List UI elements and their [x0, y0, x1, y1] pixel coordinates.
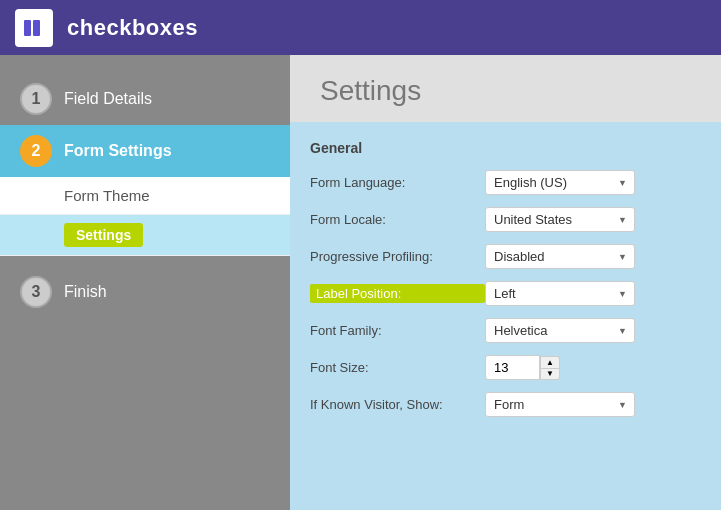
svg-rect-0 [24, 20, 31, 36]
sub-items-container: Form Theme Settings [0, 177, 290, 256]
svg-rect-1 [33, 20, 40, 36]
select-wrapper-language: English (US) French German [485, 170, 635, 195]
select-wrapper-font-family: Helvetica Arial Times New Roman [485, 318, 635, 343]
sub-item-form-theme[interactable]: Form Theme [0, 177, 290, 215]
page-title: Settings [320, 75, 691, 107]
label-font-family: Font Family: [310, 323, 485, 338]
step-1-circle: 1 [20, 83, 52, 115]
sidebar-step-3[interactable]: 3 Finish [0, 266, 290, 318]
sidebar-step-1[interactable]: 1 Field Details [0, 73, 290, 125]
form-row-font-family: Font Family: Helvetica Arial Times New R… [310, 318, 701, 343]
font-size-increment[interactable]: ▲ [540, 356, 560, 368]
select-progressive-profiling[interactable]: Disabled Enabled [485, 244, 635, 269]
content-header: Settings [290, 55, 721, 122]
sidebar: 1 Field Details 2 Form Settings Form The… [0, 55, 290, 510]
app-header: checkboxes [0, 0, 721, 55]
main-layout: 1 Field Details 2 Form Settings Form The… [0, 55, 721, 510]
form-row-font-size: Font Size: ▲ ▼ [310, 355, 701, 380]
form-row-progressive: Progressive Profiling: Disabled Enabled [310, 244, 701, 269]
select-wrapper-locale: United States United Kingdom Canada [485, 207, 635, 232]
step-2-label: Form Settings [64, 142, 172, 160]
font-size-input[interactable] [485, 355, 540, 380]
select-font-family[interactable]: Helvetica Arial Times New Roman [485, 318, 635, 343]
content-area: Settings General Form Language: English … [290, 55, 721, 510]
select-form-language[interactable]: English (US) French German [485, 170, 635, 195]
label-known-visitor: If Known Visitor, Show: [310, 397, 485, 412]
label-progressive-profiling: Progressive Profiling: [310, 249, 485, 264]
settings-badge: Settings [64, 223, 143, 247]
form-row-language: Form Language: English (US) French Germa… [310, 170, 701, 195]
select-wrapper-progressive: Disabled Enabled [485, 244, 635, 269]
label-form-language: Form Language: [310, 175, 485, 190]
app-logo [15, 9, 53, 47]
form-row-known-visitor: If Known Visitor, Show: Form Prefilled F… [310, 392, 701, 417]
sub-item-settings[interactable]: Settings [0, 215, 290, 256]
sidebar-step-2[interactable]: 2 Form Settings [0, 125, 290, 177]
label-font-size: Font Size: [310, 360, 485, 375]
label-label-position: Label Position: [310, 284, 485, 303]
step-2-circle: 2 [20, 135, 52, 167]
label-form-locale: Form Locale: [310, 212, 485, 227]
select-known-visitor[interactable]: Form Prefilled Form Thank You Page [485, 392, 635, 417]
form-row-label-position: Label Position: Left Right Top Bottom [310, 281, 701, 306]
font-size-spinner: ▲ ▼ [540, 356, 560, 380]
content-body: General Form Language: English (US) Fren… [290, 122, 721, 510]
select-label-position[interactable]: Left Right Top Bottom [485, 281, 635, 306]
section-general: General [310, 140, 701, 156]
font-size-field: ▲ ▼ [485, 355, 560, 380]
step-3-label: Finish [64, 283, 107, 301]
select-wrapper-known-visitor: Form Prefilled Form Thank You Page [485, 392, 635, 417]
step-3-circle: 3 [20, 276, 52, 308]
app-title: checkboxes [67, 15, 198, 41]
select-wrapper-label-position: Left Right Top Bottom [485, 281, 635, 306]
font-size-decrement[interactable]: ▼ [540, 368, 560, 380]
select-form-locale[interactable]: United States United Kingdom Canada [485, 207, 635, 232]
step-1-label: Field Details [64, 90, 152, 108]
form-row-locale: Form Locale: United States United Kingdo… [310, 207, 701, 232]
